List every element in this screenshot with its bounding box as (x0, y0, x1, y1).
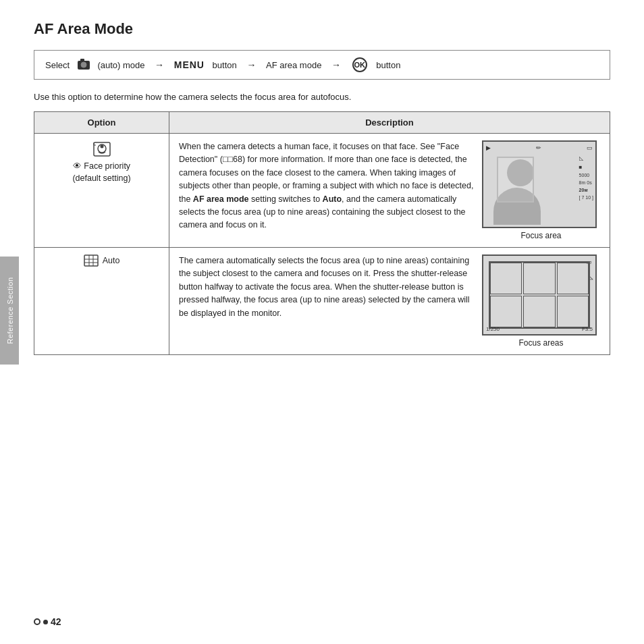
svg-point-2 (100, 145, 103, 149)
grid-cell (490, 263, 522, 294)
auto-label: Auto (103, 256, 120, 265)
page-footer: 42 (34, 616, 61, 627)
sidebar-label-text: Reference Section (5, 277, 14, 344)
nav-arrow1: → (155, 59, 164, 70)
lcd-right-icons: ◺ ■ 5000 8m 0s 20м [ 7 10 ] (579, 155, 593, 200)
nav-menu-text: MENU (174, 59, 205, 70)
lcd-top-icons: ▶ ✏ ▭ (486, 144, 593, 151)
intro-text: Use this option to determine how the cam… (34, 92, 610, 102)
sidebar-label: Reference Section (0, 257, 19, 365)
desc-cell-auto: The camera automatically selects the foc… (169, 248, 610, 355)
svg-rect-5 (84, 255, 98, 266)
footer-icon-circle (34, 618, 41, 625)
page-number: 42 (51, 616, 61, 627)
focus-area-label-face: Focus area (482, 231, 600, 240)
page-container: Reference Section AF Area Mode Select (a… (0, 0, 644, 644)
nav-auto-text: (auto) mode (97, 60, 144, 70)
auto-grid-overlay (489, 261, 590, 329)
nav-arrow2: → (246, 59, 256, 70)
nav-arrow3: → (331, 59, 341, 70)
grid-cell (490, 296, 522, 327)
desc-cell-inner-face: When the camera detects a human face, it… (179, 140, 600, 240)
option-cell-face: 👁 Face priority (default setting) (34, 134, 169, 248)
col2-header: Description (169, 112, 610, 134)
col1-header: Option (34, 112, 169, 134)
face-priority-option: 👁 Face priority (default setting) (44, 140, 159, 184)
page-title: AF Area Mode (34, 20, 610, 38)
grid-cell (523, 263, 555, 294)
auto-desc-text: The camera automatically selects the foc… (179, 254, 475, 320)
face-icon-group (93, 140, 111, 158)
lcd-screen-face: ▶ ✏ ▭ ◺ ■ 5000 8m 0s 20 (482, 140, 597, 228)
auto-icon-group: Auto (84, 254, 120, 267)
focus-area-label-auto: Focus areas (482, 338, 600, 348)
grid-cell (557, 296, 589, 327)
option-cell-auto: Auto (34, 248, 169, 355)
table-row: 👁 Face priority (default setting) When t… (34, 134, 610, 248)
nav-af-text: AF area mode (266, 60, 321, 70)
focus-rect-face (497, 157, 534, 203)
nav-select-text: Select (45, 60, 70, 70)
lcd-screen-auto: ▭ ◺ (482, 254, 597, 336)
auto-option: Auto (44, 254, 159, 267)
grid-cell (557, 263, 589, 294)
table-row: Auto The camera automatically selects th… (34, 248, 610, 355)
nav-box: Select (auto) mode → MENU button → AF ar… (34, 50, 610, 80)
grid-cell (523, 296, 555, 327)
auto-icon (84, 254, 99, 267)
main-table: Option Description (34, 111, 610, 355)
ok-button-icon: OK (352, 57, 367, 72)
camera-icon (78, 61, 90, 70)
face-priority-desc-text: When the camera detects a human face, it… (179, 140, 475, 232)
nav-button-text2: button (376, 60, 400, 70)
nav-button-text1: button (213, 60, 237, 70)
auto-preview: ▭ ◺ (482, 254, 600, 348)
face-priority-preview: ▶ ✏ ▭ ◺ ■ 5000 8m 0s 20 (482, 140, 600, 240)
auto-lcd-bottom: 1/250 F3.5 (486, 326, 593, 332)
footer-icon-dot (43, 620, 48, 624)
face-priority-icon (93, 140, 111, 158)
face-priority-label: 👁 Face priority (default setting) (72, 161, 130, 184)
desc-cell-inner-auto: The camera automatically selects the foc… (179, 254, 600, 348)
desc-cell-face: When the camera detects a human face, it… (169, 134, 610, 248)
